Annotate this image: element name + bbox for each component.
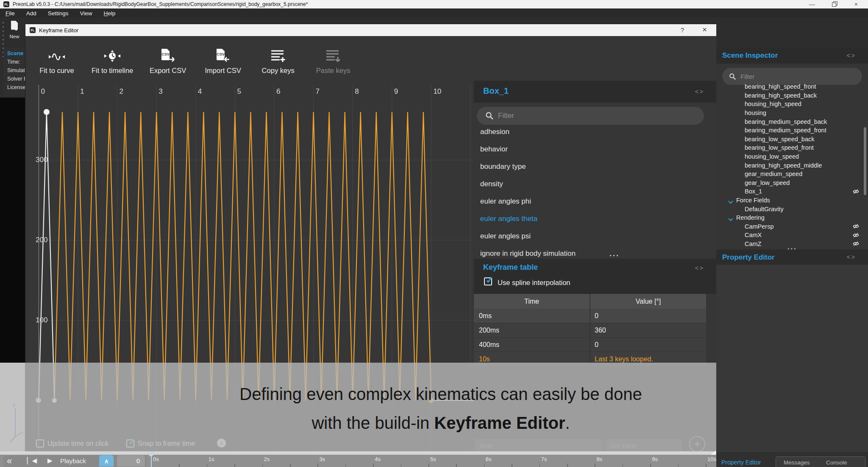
timeline-tick xyxy=(179,464,180,467)
tree-item-housing[interactable]: housing xyxy=(716,109,865,117)
export-csv-button[interactable]: CSVExport CSV xyxy=(147,48,188,75)
tree-item-bearing_low_speed_front[interactable]: bearing_low_speed_front xyxy=(716,143,865,152)
tree-item-DefaultGravity[interactable]: DefaultGravity xyxy=(716,204,865,213)
property-item-euler-angles-phi[interactable]: euler angles phi xyxy=(474,193,705,210)
keyframe-row[interactable]: 400ms0 xyxy=(474,338,706,352)
tree-item-bearing_medium_speed_back[interactable]: bearing_medium_speed_back xyxy=(716,117,865,126)
property-item-ignore-in-rigid-body-simulation[interactable]: ignore in rigid body simulation xyxy=(474,245,705,259)
column-time[interactable]: Time xyxy=(474,294,590,309)
dialog-titlebar[interactable]: PL Keyframe Editor ? × xyxy=(25,24,716,36)
timeline-tick xyxy=(207,464,208,467)
import-csv-button[interactable]: CSVImport CSV xyxy=(203,48,243,75)
keyframe-table-header: Keyframe table <> Use spline interpolati… xyxy=(474,259,716,294)
splitter-handle[interactable]: ... xyxy=(609,249,620,258)
x-axis-tick: 2 xyxy=(120,87,123,96)
fit-curve-button[interactable]: Fit to curve xyxy=(36,48,77,75)
timeline-ruler[interactable]: 0s1s2s3s4s5s6s7s8s9s10s xyxy=(147,455,716,467)
visibility-toggle[interactable] xyxy=(852,188,860,195)
tree-item-bearing_medium_speed_front[interactable]: bearing_medium_speed_front xyxy=(716,126,865,135)
property-item-adhesion[interactable]: adhesion xyxy=(474,123,705,140)
spline-interpolation-checkbox[interactable] xyxy=(484,277,492,285)
scene-panel-row: Time: xyxy=(7,59,25,65)
timeline-tick xyxy=(401,464,402,467)
keyframe-value[interactable]: 360 xyxy=(590,323,706,337)
play-button[interactable]: ▶ xyxy=(47,457,53,464)
dialog-help-button[interactable]: ? xyxy=(681,26,684,34)
tab-property-editor[interactable]: Property Editor xyxy=(721,459,761,466)
keyframe-row[interactable]: 0ms0 xyxy=(474,309,706,323)
timeline-tick-label: 7s xyxy=(541,456,547,462)
visibility-toggle[interactable] xyxy=(852,232,860,239)
tree-item-gear_low_speed[interactable]: gear_low_speed xyxy=(716,179,865,187)
code-brackets-icon[interactable]: <> xyxy=(695,88,704,95)
timeline-tick-label: 9s xyxy=(652,456,658,462)
fit-timeline-button[interactable]: Fit to timeline xyxy=(92,48,133,75)
y-axis-tick: 300 xyxy=(36,156,47,164)
tree-item-Box_1[interactable]: Box_1 xyxy=(716,187,865,196)
menu-help[interactable]: Help xyxy=(104,10,116,17)
visibility-toggle[interactable] xyxy=(852,223,860,230)
keyframe-time[interactable]: 200ms xyxy=(474,323,590,337)
keyframe-value[interactable]: 0 xyxy=(590,309,706,323)
inspector-scrollbar[interactable] xyxy=(864,127,866,195)
tree-item-CamPersp[interactable]: CamPersp xyxy=(716,222,865,231)
property-item-euler-angles-theta[interactable]: euler angles theta xyxy=(474,210,705,227)
menu-add[interactable]: Add xyxy=(26,10,36,17)
paste-keys-button[interactable]: Paste keys xyxy=(313,48,353,75)
dialog-close-button[interactable]: × xyxy=(702,25,707,34)
code-brackets-icon[interactable]: <> xyxy=(847,52,856,59)
timeline-scrollbar[interactable] xyxy=(0,451,716,455)
tree-item-bearing_high_speed_middle[interactable]: bearing_high_speed_middle xyxy=(716,161,865,170)
column-value[interactable]: Value [°] xyxy=(590,294,706,309)
close-window-button[interactable]: × xyxy=(854,1,858,7)
keyframe-value[interactable]: 0 xyxy=(590,338,706,352)
property-item-boundary-type[interactable]: boundary type xyxy=(474,158,705,175)
menu-settings[interactable]: Settings xyxy=(48,10,69,17)
scene-inspector-title: Scene Inspector xyxy=(722,51,778,60)
tab-console[interactable]: Console xyxy=(826,459,847,466)
search-icon xyxy=(485,112,494,120)
timeline-cursor[interactable] xyxy=(151,455,152,467)
property-item-euler-angles-psi[interactable]: euler angles psi xyxy=(474,227,705,245)
copy-keys-button[interactable]: Copy keys xyxy=(258,48,298,75)
tree-item-Force-Fields[interactable]: Force Fields xyxy=(716,196,865,205)
property-list: adhesionbehaviorboundary typedensityeule… xyxy=(474,123,705,259)
property-item-density[interactable]: density xyxy=(474,175,705,193)
timeline-expand-button[interactable]: ∧ xyxy=(99,455,114,467)
skip-to-start-button[interactable]: ▏◀ xyxy=(27,457,37,464)
code-brackets-icon[interactable]: <> xyxy=(847,254,856,260)
code-brackets-icon[interactable]: <> xyxy=(695,265,704,271)
keyframe-time[interactable]: 400ms xyxy=(474,338,590,352)
scene-inspector-panel: Scene Inspector <> Filter bearing_high_s… xyxy=(716,18,868,452)
property-item-behavior[interactable]: behavior xyxy=(474,140,705,158)
menu-file[interactable]: File xyxy=(6,10,15,17)
tree-item-bearing_low_speed_back[interactable]: bearing_low_speed_back xyxy=(716,135,865,144)
timeline-tick xyxy=(428,464,429,467)
property-filter-input[interactable]: Filter xyxy=(477,107,704,125)
restore-button[interactable] xyxy=(832,1,837,8)
keyframe-time[interactable]: 0ms xyxy=(474,309,590,323)
keyframe-table-title: Keyframe table xyxy=(483,263,538,272)
tab-messages[interactable]: Messages xyxy=(784,459,810,466)
copy-keys-icon xyxy=(270,48,286,63)
current-frame-field[interactable]: 0 xyxy=(117,455,145,467)
menu-view[interactable]: View xyxy=(80,10,92,17)
timeline-tick xyxy=(595,464,595,467)
tree-item-CamX[interactable]: CamX xyxy=(716,231,865,240)
timeline-tick-label: 2s xyxy=(264,456,270,462)
import-csv-icon: CSV xyxy=(214,48,231,63)
tree-item-Rendering[interactable]: Rendering xyxy=(716,213,865,222)
tree-item-bearing_high_speed_front[interactable]: bearing_high_speed_front xyxy=(716,82,865,91)
keyframe-toolbar: Fit to curveFit to timelineCSVExport CSV… xyxy=(25,36,492,81)
tree-item-bearing_high_speed_back[interactable]: bearing_high_speed_back xyxy=(716,91,865,100)
svg-text:CSV: CSV xyxy=(161,52,170,56)
rewind-button[interactable]: « xyxy=(7,456,12,467)
tree-item-gear_medium_speed[interactable]: gear_medium_speed xyxy=(716,170,865,179)
tree-item-housing_low_speed[interactable]: housing_low_speed xyxy=(716,152,865,161)
new-scene-button[interactable]: New xyxy=(6,20,23,39)
minimize-button[interactable]: — xyxy=(809,1,815,7)
keyframe-row[interactable]: 200ms360 xyxy=(474,323,706,338)
timeline-tick-label: 8s xyxy=(596,456,602,462)
tree-item-housing_high_speed[interactable]: housing_high_speed xyxy=(716,100,865,109)
visibility-toggle[interactable] xyxy=(852,240,860,247)
